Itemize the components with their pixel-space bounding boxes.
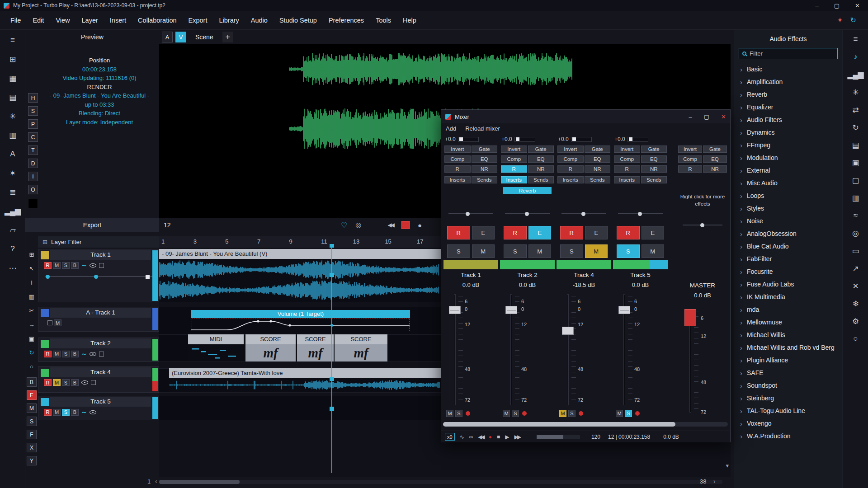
mixer-volume-slider[interactable] [537,435,580,439]
scroll-right-button[interactable]: › [713,478,716,485]
inserts-button[interactable]: Inserts [557,176,584,183]
select-tool-icon[interactable]: ↖ [28,265,36,272]
channel-gain-slider[interactable] [627,137,648,142]
visibility-icon[interactable] [90,263,96,267]
edit-button[interactable]: E [642,226,665,239]
target-icon[interactable]: ◎ [849,228,862,238]
sends-button[interactable]: Sends [585,176,611,183]
menu-item[interactable]: Collaboration [132,14,182,27]
automation-checkbox[interactable] [47,320,52,325]
effect-category[interactable]: › Soundspot [734,379,842,392]
columns-tool-icon[interactable]: ▥ [28,293,36,300]
track-mode-letter-button[interactable]: B [27,377,37,387]
record-arm-button[interactable]: R [44,409,52,416]
inserts-button[interactable]: Inserts [614,176,640,183]
preview-letter-button[interactable]: S [28,106,38,116]
reverb-button[interactable]: R [444,165,471,173]
minimize-button[interactable]: – [816,2,819,9]
master-pan-slider[interactable] [683,222,722,228]
maximize-button[interactable]: ▢ [834,2,840,9]
record-arm-button[interactable]: R [504,226,527,239]
effect-category[interactable]: › Focusrite [734,265,842,278]
comp-button[interactable]: Comp [557,155,584,163]
inserts-button[interactable]: Inserts [501,176,527,183]
filter-input[interactable] [750,50,834,57]
tab-scene[interactable]: Scene [189,33,220,41]
freeze-icon[interactable]: ❄ [849,299,862,309]
solo-toggle[interactable]: S [512,410,519,417]
mixer-menu-item[interactable]: Add [446,125,456,132]
effect-category[interactable]: › Plugin Alliance [734,354,842,366]
menu-item[interactable]: Edit [27,14,50,27]
play-button[interactable]: ▶ [505,434,509,440]
score-clip[interactable]: SCORE mf [245,334,296,361]
rotate-tool-icon[interactable]: ↻ [28,349,36,356]
menu-item[interactable]: Studio Setup [274,14,323,27]
effect-category[interactable]: › Amplification [734,75,842,88]
pan-slider[interactable] [618,211,663,217]
mute-button[interactable]: M [53,379,61,386]
layer-filter-bar[interactable]: ⊞ Layer Filter [38,236,159,248]
favorite-icon[interactable]: ♡ [341,221,347,230]
mute-button[interactable]: M [472,244,495,258]
mixer-close-button[interactable]: ✕ [721,113,726,120]
mixer-scrollbar-thumb[interactable] [443,422,675,427]
effect-category[interactable]: › Dynamics [734,126,842,139]
score-clip[interactable]: SCORE mf [297,334,334,361]
record-indicator[interactable] [635,411,640,416]
noise-reduction-button[interactable]: NR [641,165,667,173]
mute-button[interactable]: M [53,262,61,269]
sync-icon[interactable]: ↻ [850,16,856,24]
solo-button[interactable]: S [62,379,70,386]
solo-toggle[interactable]: S [625,410,632,417]
effect-category[interactable]: › Steinberg [734,392,842,404]
effect-category[interactable]: › Basic [734,63,842,75]
sends-button[interactable]: Sends [472,176,498,183]
track-color-chip[interactable] [41,309,49,317]
channel-gain-value[interactable]: +0.0 [501,136,512,142]
invert-button[interactable]: Invert [614,145,640,153]
bounce-button[interactable]: B [71,409,79,416]
waves-icon[interactable]: ≈ [849,211,862,221]
effect-category[interactable]: › W.A.Production [734,430,842,442]
chart-icon[interactable]: ▥ [849,193,862,203]
track-mode-letter-button[interactable]: X [27,443,37,452]
track-header-row[interactable]: Track 4 R M S B [38,366,159,393]
history-icon[interactable]: ↻ [849,122,862,132]
effect-category[interactable]: › Equalizer [734,101,842,113]
record-arm-button[interactable]: R [617,226,640,239]
share-icon[interactable]: ↗ [849,263,862,273]
screens-icon[interactable]: ⊞ [6,54,19,64]
gate-button[interactable]: Gate [472,145,498,153]
preview-letter-button[interactable]: O [28,185,38,194]
main-menu-icon[interactable]: ≡ [6,35,19,45]
transfer-icon[interactable]: ⇄ [849,105,862,115]
clone-tool-icon[interactable]: ▣ [28,335,36,342]
track-mode-letter-button[interactable]: S [27,417,37,426]
effect-category[interactable]: › Misc Audio [734,177,842,189]
playhead-handle[interactable] [330,407,334,411]
channel-gain-value[interactable]: +0.0 [445,136,456,142]
filter-box[interactable] [739,48,838,59]
stats-icon[interactable]: ▂▄▆ [6,206,19,216]
monitor-checkbox[interactable] [91,380,96,385]
record-arm-button[interactable]: R [44,351,52,357]
rewind-button[interactable]: ◀◀ [478,434,483,440]
noise-reduction-button[interactable]: NR [528,165,554,173]
tab-video[interactable]: V [175,32,186,42]
effect-category[interactable]: › IK Multimedia [734,291,842,303]
chart-icon[interactable]: ▥ [6,130,19,140]
record-indicator[interactable] [579,411,583,416]
mute-button[interactable]: M [528,244,552,258]
pan-slider[interactable] [505,211,550,217]
menu-item[interactable]: Library [213,14,245,27]
invert-button[interactable]: Invert [444,145,471,153]
record-monitor-icon[interactable]: ◎ [355,221,361,229]
inserts-button[interactable]: Inserts [444,176,471,183]
mute-button[interactable]: M [585,244,608,258]
master-fader-handle[interactable] [684,309,696,326]
effect-category[interactable]: › Audio Filters [734,113,842,126]
rewind-button[interactable]: ◀◀ [387,222,393,228]
monitor-icon[interactable]: ▢ [849,175,862,185]
list-icon[interactable]: ≣ [6,187,19,197]
